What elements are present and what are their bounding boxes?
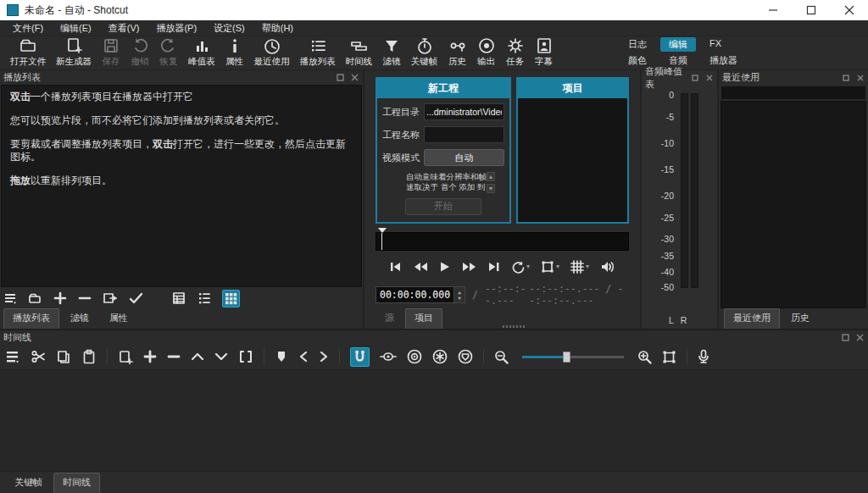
position-value[interactable]: 00:00:00.000	[376, 287, 453, 302]
ripple-button[interactable]	[407, 349, 422, 364]
append-button[interactable]	[118, 349, 133, 364]
project-dir-field[interactable]	[424, 103, 504, 120]
layout-tab-editing[interactable]: 编辑	[660, 37, 696, 52]
peak-meter-button[interactable]: 峰值表	[183, 36, 220, 69]
grid-button[interactable]: ▾	[570, 260, 589, 274]
tab-properties[interactable]: 属性	[100, 308, 137, 329]
loop-button[interactable]: ▾	[511, 260, 530, 274]
recent-search-input[interactable]	[721, 86, 866, 100]
menu-settings[interactable]: 设定(S)	[206, 20, 253, 36]
timeline-zoom-slider[interactable]	[522, 356, 624, 358]
position-spinbox[interactable]: 00:00:00.000 ▲▼	[376, 286, 465, 303]
timeline-remove-button[interactable]	[167, 350, 181, 363]
float-panel-icon[interactable]	[690, 73, 699, 82]
prev-marker-button[interactable]	[298, 351, 309, 363]
maximize-button[interactable]	[792, 0, 830, 20]
playlist-button[interactable]: 播放列表	[295, 36, 341, 69]
loop-dropdown-caret[interactable]: ▾	[526, 263, 530, 270]
play-button[interactable]	[439, 261, 450, 273]
playlist-add-button[interactable]	[53, 291, 67, 305]
layout-tab-player[interactable]: 播放器	[701, 53, 746, 68]
lift-button[interactable]	[191, 351, 204, 363]
zoom-dropdown-caret[interactable]: ▾	[556, 263, 559, 270]
new-generator-button[interactable]: 新生成器	[51, 36, 97, 69]
copy-button[interactable]	[56, 349, 71, 364]
projects-list[interactable]	[518, 98, 627, 222]
overwrite-button[interactable]	[214, 351, 228, 363]
layout-tab-logging[interactable]: 日志	[620, 37, 655, 52]
project-name-field[interactable]	[424, 126, 504, 143]
close-button[interactable]	[830, 0, 868, 20]
export-button[interactable]: 输出	[472, 36, 501, 69]
tab-timeline[interactable]: 时间线	[53, 473, 100, 493]
rewind-button[interactable]	[413, 261, 428, 273]
splitter-handle[interactable]	[503, 325, 525, 328]
minimize-button[interactable]	[754, 0, 792, 20]
timeline-menu-button[interactable]	[5, 349, 20, 364]
menu-edit[interactable]: 编辑(E)	[53, 20, 99, 36]
tab-source[interactable]: 源	[376, 308, 403, 329]
tab-recent[interactable]: 最近使用	[724, 308, 780, 329]
ripple-all-tracks-button[interactable]	[432, 349, 448, 364]
float-panel-icon[interactable]	[336, 73, 345, 82]
close-panel-icon[interactable]	[350, 73, 359, 82]
menu-player[interactable]: 播放器(P)	[148, 20, 204, 36]
seek-bar[interactable]	[376, 232, 629, 251]
keyframes-button[interactable]: 关键帧	[406, 36, 443, 69]
playlist-remove-button[interactable]	[78, 291, 92, 305]
tab-playlist[interactable]: 播放列表	[3, 308, 59, 329]
scrub-while-dragging-button[interactable]	[380, 350, 397, 363]
open-file-button[interactable]: 打开文件	[5, 36, 51, 69]
close-panel-icon[interactable]	[704, 73, 714, 82]
zoom-slider-knob[interactable]	[563, 352, 570, 363]
playlist-update-check-button[interactable]	[129, 291, 143, 305]
split-button[interactable]	[238, 350, 253, 363]
menu-help[interactable]: 帮助(H)	[254, 20, 301, 36]
ripple-markers-button[interactable]	[458, 349, 473, 364]
playlist-menu-button[interactable]	[3, 291, 17, 305]
grid-dropdown-caret[interactable]: ▾	[586, 263, 589, 270]
skip-end-button[interactable]	[487, 261, 500, 273]
playlist-update-button[interactable]	[103, 291, 118, 305]
cut-button[interactable]	[31, 349, 46, 364]
playlist-open-icon[interactable]	[28, 291, 42, 305]
snap-button[interactable]	[350, 347, 370, 367]
hint-scrollbar[interactable]: ▲▼	[487, 172, 495, 193]
float-panel-icon[interactable]	[841, 73, 850, 82]
jobs-button[interactable]: 任务	[501, 36, 530, 69]
volume-button[interactable]	[600, 260, 615, 274]
tab-filters[interactable]: 滤镜	[61, 308, 98, 329]
history-button[interactable]: 历史	[443, 36, 472, 69]
menu-file[interactable]: 文件(F)	[5, 20, 51, 36]
playhead-caret[interactable]	[378, 228, 387, 233]
zoom-out-button[interactable]	[494, 350, 509, 364]
view-details-button[interactable]	[172, 291, 186, 305]
float-panel-icon[interactable]	[841, 333, 850, 342]
zoom-fit-button[interactable]: ▾	[541, 260, 559, 274]
skip-start-button[interactable]	[389, 261, 402, 273]
timeline-add-button[interactable]	[143, 350, 157, 363]
subtitles-button[interactable]: 字幕	[530, 36, 559, 69]
close-panel-icon[interactable]	[855, 333, 865, 342]
record-audio-button[interactable]	[698, 349, 709, 364]
zoom-in-button[interactable]	[637, 350, 652, 364]
menu-view[interactable]: 查看(V)	[101, 20, 147, 36]
layout-tab-fx[interactable]: FX	[701, 37, 730, 52]
next-marker-button[interactable]	[319, 351, 329, 363]
position-spinner-arrows[interactable]: ▲▼	[453, 287, 465, 302]
filters-button[interactable]: 滤镜	[377, 36, 406, 69]
timeline-tracks-area[interactable]	[0, 369, 868, 471]
recent-button[interactable]: 最近使用	[249, 36, 295, 69]
video-mode-button[interactable]: 自动	[424, 149, 504, 166]
marker-button[interactable]	[275, 350, 288, 363]
view-tiles-button[interactable]	[198, 291, 211, 305]
paste-button[interactable]	[81, 349, 97, 364]
tab-project[interactable]: 项目	[405, 308, 442, 329]
close-panel-icon[interactable]	[855, 73, 865, 82]
recent-list[interactable]	[721, 101, 866, 308]
fast-forward-button[interactable]	[461, 261, 476, 273]
properties-button[interactable]: 属性	[220, 36, 249, 69]
zoom-fit-timeline-button[interactable]	[662, 350, 676, 364]
tab-history[interactable]: 历史	[782, 308, 819, 329]
tab-keyframes[interactable]: 关键帧	[5, 473, 52, 493]
